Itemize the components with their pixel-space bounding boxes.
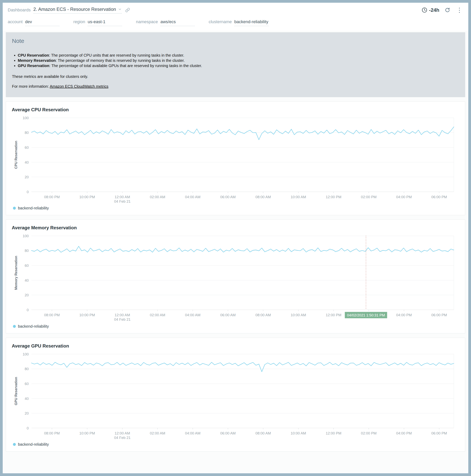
chart-title: Average CPU Reservation xyxy=(12,107,460,112)
note-list: CPU Reservation: The percentage of CPU u… xyxy=(18,53,459,68)
svg-text:0: 0 xyxy=(27,308,29,312)
svg-text:12:00 PM: 12:00 PM xyxy=(326,195,341,199)
dashboard-page: Dashboards 2. Amazon ECS - Resource Rese… xyxy=(3,3,468,473)
svg-text:80: 80 xyxy=(25,131,29,135)
note-panel: Note CPU Reservation: The percentage of … xyxy=(6,32,465,97)
svg-text:0: 0 xyxy=(27,426,29,430)
svg-text:60: 60 xyxy=(25,145,29,150)
svg-text:02:00 PM: 02:00 PM xyxy=(361,195,377,199)
note-bullet-memory: Memory Reservation: The percentage of me… xyxy=(18,58,459,63)
svg-text:100: 100 xyxy=(23,352,29,356)
chart-title: Average Memory Reservation xyxy=(12,225,460,230)
legend-item[interactable]: backend-reliability xyxy=(11,322,460,330)
svg-text:06:00 AM: 06:00 AM xyxy=(220,195,236,199)
svg-text:GPU Reservation: GPU Reservation xyxy=(14,377,18,405)
filter-clustername-value[interactable]: backend-reliability xyxy=(234,19,269,26)
svg-text:12:00 AM: 12:00 AM xyxy=(115,431,130,435)
svg-text:20: 20 xyxy=(25,293,29,297)
svg-text:02:00 AM: 02:00 AM xyxy=(150,313,165,317)
refresh-icon[interactable] xyxy=(445,7,450,13)
svg-text:04:00 PM: 04:00 PM xyxy=(396,431,412,435)
svg-text:12:00 AM: 12:00 AM xyxy=(115,313,130,317)
filter-region-value[interactable]: us-east-1 xyxy=(88,19,122,26)
svg-text:80: 80 xyxy=(25,367,29,371)
svg-text:04 Feb 21: 04 Feb 21 xyxy=(114,199,130,204)
svg-text:10:00 AM: 10:00 AM xyxy=(291,195,306,199)
svg-text:08:00 AM: 08:00 AM xyxy=(255,431,271,435)
share-link-icon[interactable] xyxy=(125,8,130,12)
chevron-down-icon xyxy=(118,7,122,11)
svg-text:08:00 PM: 08:00 PM xyxy=(44,431,60,435)
cpu-reservation-chart[interactable]: 02040608010008:00 PM10:00 PM12:00 AM04 F… xyxy=(11,115,460,204)
svg-text:02:00 AM: 02:00 AM xyxy=(150,195,165,199)
svg-text:04 Feb 21: 04 Feb 21 xyxy=(114,436,130,440)
svg-text:60: 60 xyxy=(25,264,29,268)
svg-text:04 Feb 21: 04 Feb 21 xyxy=(114,318,130,322)
svg-text:04:00 PM: 04:00 PM xyxy=(396,195,412,199)
svg-text:02:00 PM: 02:00 PM xyxy=(361,431,377,435)
filter-namespace-value[interactable]: aws/ecs xyxy=(161,19,195,26)
filter-label: clustername xyxy=(209,19,232,24)
svg-text:08:00 PM: 08:00 PM xyxy=(44,313,60,317)
more-options-icon[interactable]: ⋮ xyxy=(455,7,463,13)
svg-text:10:00 PM: 10:00 PM xyxy=(79,313,95,317)
svg-text:06:00 PM: 06:00 PM xyxy=(431,313,447,317)
legend-color-dot xyxy=(13,325,16,328)
filter-region: region us-east-1 xyxy=(73,19,122,26)
memory-reservation-chart[interactable]: 02040608010008:00 PM10:00 PM12:00 AM04 F… xyxy=(11,233,460,322)
note-bullet-cpu: CPU Reservation: The percentage of CPU u… xyxy=(18,53,459,58)
svg-text:80: 80 xyxy=(25,249,29,253)
legend-item[interactable]: backend-reliability xyxy=(11,440,460,448)
svg-text:100: 100 xyxy=(23,116,29,120)
svg-text:100: 100 xyxy=(23,234,29,238)
legend-color-dot xyxy=(13,207,16,210)
svg-text:06:00 PM: 06:00 PM xyxy=(431,431,447,435)
svg-text:40: 40 xyxy=(25,396,29,400)
svg-text:40: 40 xyxy=(25,160,29,164)
svg-text:10:00 AM: 10:00 AM xyxy=(291,313,306,317)
svg-text:08:00 PM: 08:00 PM xyxy=(44,195,60,199)
dashboard-title-dropdown[interactable]: 2. Amazon ECS - Resource Reservation xyxy=(33,7,122,14)
note-more-info: For more information: Amazon ECS CloudWa… xyxy=(12,84,459,89)
filter-label: namespace xyxy=(136,19,158,24)
svg-text:12:00 AM: 12:00 AM xyxy=(115,195,130,199)
legend-label: backend-reliability xyxy=(18,206,49,210)
chart-title: Average GPU Reservation xyxy=(12,343,460,349)
time-range-control[interactable]: -24h xyxy=(422,7,439,13)
svg-text:04:00 AM: 04:00 AM xyxy=(185,313,201,317)
svg-text:10:00 AM: 10:00 AM xyxy=(291,431,306,435)
filter-label: region xyxy=(73,19,85,24)
svg-text:04:00 AM: 04:00 AM xyxy=(185,195,201,199)
note-footnote: These metrics are available for clusters… xyxy=(12,74,459,79)
breadcrumb: Dashboards xyxy=(8,8,31,13)
svg-text:08:00 AM: 08:00 AM xyxy=(255,195,271,199)
svg-text:20: 20 xyxy=(25,175,29,179)
svg-text:10:00 PM: 10:00 PM xyxy=(79,195,95,199)
svg-text:04:00 AM: 04:00 AM xyxy=(185,431,201,435)
note-bullet-gpu: GPU Reservation: The percentage of total… xyxy=(18,63,459,68)
time-range-label: -24h xyxy=(429,7,439,13)
panel-avg-gpu-reservation: Average GPU Reservation 02040608010008:0… xyxy=(6,338,465,451)
svg-text:06:00 PM: 06:00 PM xyxy=(431,195,447,199)
cloudwatch-metrics-link[interactable]: Amazon ECS CloudWatch metrics xyxy=(50,84,109,88)
legend-color-dot xyxy=(13,443,16,446)
svg-text:CPU Reservation: CPU Reservation xyxy=(14,141,18,169)
filter-account-value[interactable]: dev xyxy=(25,19,59,26)
svg-text:12:00 PM: 12:00 PM xyxy=(326,431,341,435)
svg-text:06:00 AM: 06:00 AM xyxy=(220,431,236,435)
svg-text:10:00 PM: 10:00 PM xyxy=(79,431,95,435)
svg-text:12:00 PM: 12:00 PM xyxy=(326,313,341,317)
svg-text:60: 60 xyxy=(25,382,29,386)
legend-item[interactable]: backend-reliability xyxy=(11,204,460,212)
svg-text:20: 20 xyxy=(25,411,29,415)
filter-clustername: clustername backend-reliability xyxy=(209,19,269,26)
page-title: 2. Amazon ECS - Resource Reservation xyxy=(33,7,116,12)
legend-label: backend-reliability xyxy=(18,324,49,329)
header-bar: Dashboards 2. Amazon ECS - Resource Rese… xyxy=(3,3,468,17)
legend-label: backend-reliability xyxy=(18,442,49,447)
svg-text:06:00 AM: 06:00 AM xyxy=(220,313,236,317)
svg-text:Memory Reservation: Memory Reservation xyxy=(14,256,18,290)
gpu-reservation-chart[interactable]: 02040608010008:00 PM10:00 PM12:00 AM04 F… xyxy=(11,351,460,440)
panel-avg-cpu-reservation: Average CPU Reservation 02040608010008:0… xyxy=(6,102,465,215)
svg-text:04:00 PM: 04:00 PM xyxy=(396,313,412,317)
